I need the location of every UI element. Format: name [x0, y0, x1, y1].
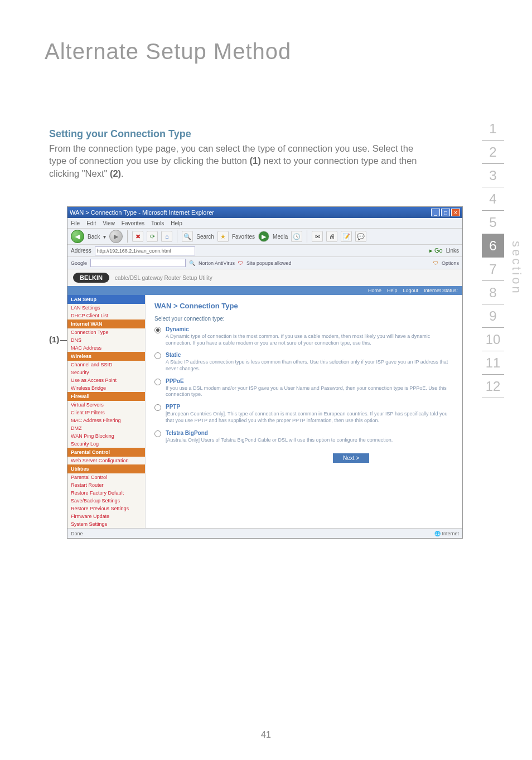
menu-tools[interactable]: Tools [151, 220, 164, 226]
nav-item[interactable]: Wireless Bridge [67, 384, 145, 392]
nav-item[interactable]: WAN Ping Blocking [67, 432, 145, 440]
media-label: Media [273, 234, 288, 240]
address-input[interactable] [95, 246, 195, 255]
page-number: 41 [0, 730, 532, 740]
dropdown-icon[interactable]: ▾ [103, 234, 106, 240]
nav-item[interactable]: Security [67, 369, 145, 376]
router-tagline: cable/DSL gateway Router Setup Utility [115, 275, 212, 281]
history-icon[interactable]: 🕓 [291, 231, 302, 242]
window-close-button[interactable]: × [451, 209, 460, 216]
google-input[interactable] [90, 259, 186, 267]
tab-6[interactable]: 6 [482, 234, 504, 258]
nav-item[interactable]: MAC Address [67, 344, 145, 352]
nav-item[interactable]: Firmware Update [67, 512, 145, 520]
tab-11[interactable]: 11 [482, 351, 504, 375]
option-desc: [Australia Only] Users of Telstra BigPon… [166, 437, 393, 444]
nav-item[interactable]: Restore Previous Settings [67, 505, 145, 512]
connection-type-radio[interactable] [154, 379, 161, 385]
popup-blocked[interactable]: Site popups allowed [246, 260, 292, 266]
tab-8[interactable]: 8 [482, 281, 504, 304]
menu-favorites[interactable]: Favorites [122, 220, 144, 226]
edit-icon[interactable]: 📝 [341, 231, 352, 242]
menu-view[interactable]: View [103, 220, 115, 226]
tab-4[interactable]: 4 [482, 187, 504, 211]
nav-item[interactable]: Restart Router [67, 481, 145, 489]
tab-12[interactable]: 12 [482, 375, 504, 398]
connection-type-radio[interactable] [154, 430, 161, 437]
option-desc: A Static IP address connection type is l… [166, 359, 453, 372]
print-icon[interactable]: 🖨 [326, 231, 337, 242]
menu-help[interactable]: Help [171, 220, 182, 226]
mail-icon[interactable]: ✉ [312, 231, 323, 242]
pane-subtitle: Select your connection type: [154, 316, 453, 322]
connection-type-radio[interactable] [154, 404, 161, 411]
media-icon[interactable]: ▶ [258, 231, 269, 242]
stop-icon[interactable]: ✖ [132, 231, 143, 242]
window-maximize-button[interactable]: □ [441, 209, 450, 216]
forward-button[interactable]: ► [109, 230, 123, 243]
menu-edit[interactable]: Edit [86, 220, 96, 226]
refresh-icon[interactable]: ⟳ [147, 231, 158, 242]
nav-item[interactable]: DNS [67, 336, 145, 344]
body-paragraph: From the connection type page, you can s… [49, 142, 428, 180]
norton-options[interactable]: Options [442, 260, 459, 266]
pane-title: WAN > Connection Type [154, 302, 453, 310]
section-label: section [509, 241, 524, 296]
nav-item[interactable]: Save/Backup Settings [67, 497, 145, 505]
next-button[interactable]: Next > [333, 453, 369, 463]
nav-item[interactable]: DHCP Client List [67, 312, 145, 320]
nav-item[interactable]: Restore Factory Default [67, 489, 145, 497]
search-web-icon[interactable]: 🔍 [189, 260, 195, 266]
home-icon[interactable]: ⌂ [161, 231, 172, 242]
discuss-icon[interactable]: 💬 [355, 231, 366, 242]
nav-item[interactable]: DMZ [67, 424, 145, 432]
nav-item[interactable]: MAC Address Filtering [67, 417, 145, 424]
window-minimize-button[interactable]: _ [431, 209, 440, 216]
nav-item[interactable]: Client IP Filters [67, 409, 145, 417]
nav-item[interactable]: System Settings [67, 520, 145, 528]
back-button[interactable]: ◄ [71, 230, 84, 243]
option-label: Dynamic [166, 326, 453, 332]
ref-1: (1) [250, 156, 261, 166]
router-topbar: Home Help Logout Internet Status: [67, 286, 462, 295]
tab-2[interactable]: 2 [482, 141, 504, 164]
topbar-home[interactable]: Home [368, 288, 381, 293]
nav-item[interactable]: Channel and SSID [67, 361, 145, 369]
nav-item[interactable]: Security Log [67, 440, 145, 448]
menu-file[interactable]: File [71, 220, 80, 226]
tab-10[interactable]: 10 [482, 328, 504, 351]
option-label: Static [166, 352, 453, 358]
nav-item[interactable]: Connection Type [67, 328, 145, 336]
connection-type-radio[interactable] [154, 352, 161, 359]
tab-1[interactable]: 1 [482, 117, 504, 141]
tab-5[interactable]: 5 [482, 211, 504, 234]
status-done: Done [71, 531, 83, 536]
links-label[interactable]: Links [446, 248, 459, 254]
nav-item[interactable]: LAN Settings [67, 304, 145, 312]
callout-1: (1) [49, 335, 59, 344]
option-label: PPPoE [166, 378, 453, 384]
window-title: WAN > Connection Type - Microsoft Intern… [70, 209, 214, 216]
nav-item[interactable]: Web Server Configuration [67, 457, 145, 464]
topbar-logout[interactable]: Logout [403, 288, 418, 293]
nav-item[interactable]: Virtual Servers [67, 401, 145, 409]
window-titlebar: WAN > Connection Type - Microsoft Intern… [67, 207, 462, 218]
topbar-help[interactable]: Help [387, 288, 398, 293]
favorites-icon[interactable]: ★ [217, 231, 229, 242]
option-desc: If you use a DSL modem and/or your ISP g… [166, 385, 453, 398]
tab-7[interactable]: 7 [482, 258, 504, 281]
search-label: Search [196, 234, 214, 240]
go-button[interactable]: ▸ Go [429, 247, 443, 254]
tab-3[interactable]: 3 [482, 164, 504, 187]
option-desc: [European Countries Only]. This type of … [166, 411, 453, 424]
nav-item[interactable]: Parental Control [67, 473, 145, 481]
nav-item[interactable]: Use as Access Point [67, 376, 145, 384]
connection-type-radio[interactable] [154, 327, 161, 333]
back-label: Back [88, 234, 100, 240]
favorites-label: Favorites [232, 234, 255, 240]
internet-zone-icon: 🌐 [434, 531, 441, 536]
search-icon[interactable]: 🔍 [182, 231, 193, 242]
tab-9[interactable]: 9 [482, 304, 504, 328]
section-tabs: 1 2 3 4 5 6 7 8 9 10 11 12 [482, 117, 509, 398]
ref-2: (2) [110, 168, 121, 178]
